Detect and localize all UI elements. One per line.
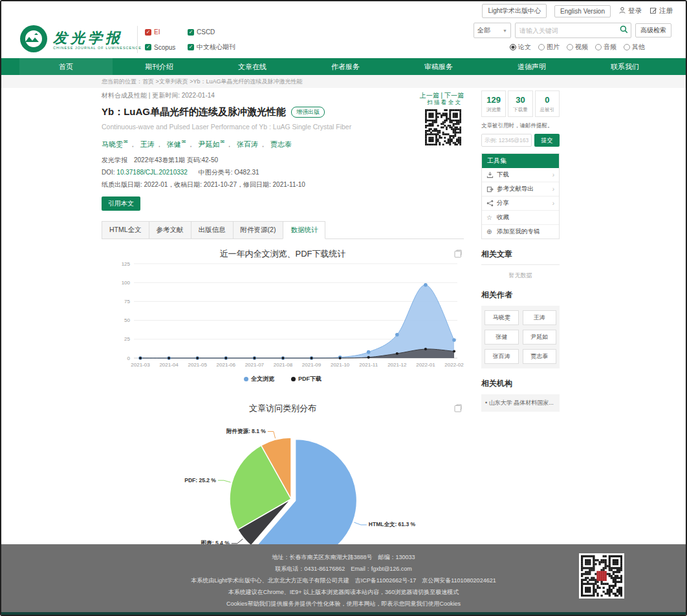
nav-item-review-services[interactable]: 审稿服务	[392, 58, 485, 75]
svg-text:2021-12: 2021-12	[387, 362, 407, 368]
toolbox-item-label: 下载	[497, 171, 509, 179]
light-publishing-center-link[interactable]: Light学术出版中心	[482, 4, 547, 18]
author-link[interactable]: 张百涛	[237, 140, 258, 148]
advanced-search-button[interactable]: 高级检索	[635, 23, 671, 37]
related-author-button[interactable]: 王涛	[523, 310, 557, 325]
author-link[interactable]: 张健✉	[167, 140, 186, 148]
legend-label: PDF下载	[298, 375, 322, 383]
email-icon: ✉	[220, 139, 224, 145]
tab-attachments[interactable]: 附件资源(2)	[233, 221, 284, 239]
toolbox-item-export[interactable]: 参考文献导出›	[482, 182, 559, 196]
svg-text:2021-10: 2021-10	[331, 362, 350, 368]
related-author-button[interactable]: 尹延如	[523, 330, 557, 345]
journal-emblem-icon	[19, 25, 48, 56]
author-separator: ，	[226, 140, 233, 148]
related-authors-title: 相关作者	[481, 290, 560, 301]
toolbox-item-download[interactable]: 下载›	[482, 168, 559, 182]
login-link[interactable]: 登录	[618, 6, 642, 16]
chart1-title: 近一年内全文浏览、PDF下载统计	[102, 248, 464, 260]
search-type-radio-0[interactable]: 论文	[510, 43, 531, 52]
breadcrumb: 您当前的位置：首页 >文章列表页 >Yb：LuAG单晶光纤的连续及脉冲激光性能	[1, 75, 686, 88]
email-submit-button[interactable]: 提交	[534, 134, 560, 147]
stat-label: 总被引	[536, 107, 559, 113]
prev-article-link[interactable]: 上一篇	[420, 92, 439, 99]
legend-dot	[244, 377, 248, 381]
search-icon[interactable]	[616, 25, 631, 36]
nav-item-journal-intro[interactable]: 期刊介绍	[113, 58, 206, 75]
toolbox-item-label: 参考文献导出	[497, 185, 534, 193]
toolbox-item-album-add[interactable]: ⊕添加至我的专辑	[482, 224, 559, 239]
toolbox-title: 工具集	[482, 154, 559, 168]
author-link[interactable]: 马晓雯✉	[102, 140, 128, 148]
toolbox-item-star[interactable]: ☆收藏	[482, 210, 559, 224]
nav-item-ethics-statement[interactable]: 道德声明	[485, 58, 578, 75]
register-link[interactable]: 注册	[649, 6, 673, 16]
svg-text:2021-09: 2021-09	[302, 362, 322, 368]
star-icon: ☆	[486, 215, 494, 221]
album-add-icon: ⊕	[486, 229, 494, 235]
next-article-link[interactable]: 下一篇	[444, 92, 464, 99]
chart2-export-icon[interactable]	[454, 403, 462, 415]
checkbox-icon: ✓	[145, 44, 151, 50]
badge-label: CSCD	[197, 28, 215, 36]
svg-text:50: 50	[124, 317, 130, 323]
related-author-button[interactable]: 贾志泰	[523, 349, 557, 364]
author-link[interactable]: 王涛	[140, 140, 155, 148]
tab-references[interactable]: 参考文献	[149, 221, 191, 239]
article-title-en: Continuous-wave and Pulsed Laser Perform…	[102, 123, 464, 131]
legend-item-1[interactable]: PDF下载	[291, 375, 322, 383]
footer-qr-code	[579, 553, 624, 599]
article-meta: 材料合成及性能 | 更新时间: 2022-01-14	[102, 91, 215, 100]
journal-name: 发光学报 CHINESE JOURNAL OF LUMINESCENCE	[53, 30, 142, 50]
related-org-link[interactable]: 山东大学 晶体材料国家...	[485, 399, 556, 407]
journal-logo[interactable]: 发光学报 CHINESE JOURNAL OF LUMINESCENCE	[19, 25, 142, 56]
author-link[interactable]: 尹延如✉	[198, 140, 224, 148]
related-author-button[interactable]: 马晓雯	[485, 310, 519, 325]
search-type-radio-2[interactable]: 视频	[567, 43, 588, 52]
chart1-export-icon[interactable]	[454, 249, 462, 260]
cite-article-button[interactable]: 引用本文	[102, 196, 140, 211]
article-category[interactable]: 材料合成及性能	[102, 92, 147, 99]
author-link[interactable]: 贾志泰	[270, 140, 292, 148]
main-nav: 首页期刊介绍文章在线作者服务审稿服务道德声明联系我们	[1, 58, 686, 75]
toolbox-item-label: 分享	[497, 199, 509, 207]
tab-data-statistics[interactable]: 数据统计	[283, 221, 325, 239]
svg-text:2021-07: 2021-07	[245, 362, 265, 368]
related-orgs-title: 相关机构	[481, 378, 560, 389]
search-scope-select[interactable]: 全部▼	[474, 23, 511, 38]
search-type-radio-1[interactable]: 图片	[538, 43, 560, 52]
search-type-radio-3[interactable]: 音频	[595, 43, 616, 52]
views-downloads-chart-block: 近一年内全文浏览、PDF下载统计 02550751001252021-03202…	[102, 248, 464, 383]
search-input[interactable]	[516, 27, 616, 34]
nav-item-articles-online[interactable]: 文章在线	[206, 58, 299, 75]
stat-box-1: 30下载量	[508, 90, 532, 117]
chart2-title: 文章访问类别分布	[102, 403, 464, 414]
article-stats: 129浏览量30下载量0总被引	[481, 90, 560, 117]
doi-link[interactable]: 10.37188/CJL.20210332	[116, 169, 188, 176]
tab-publication-info[interactable]: 出版信息	[191, 221, 234, 239]
search-type-radio-4[interactable]: 其他	[624, 43, 645, 52]
related-author-button[interactable]: 张百涛	[485, 349, 519, 364]
toolbox-item-share[interactable]: 分享›	[482, 196, 559, 210]
svg-text:2021-06: 2021-06	[217, 362, 236, 368]
article-updated: 更新时间: 2022-01-14	[152, 92, 215, 99]
radio-icon	[567, 44, 573, 50]
radio-label: 图片	[547, 43, 560, 52]
toolbox: 工具集 下载›参考文献导出›分享›☆收藏⊕添加至我的专辑	[481, 153, 560, 239]
email-alert-input[interactable]	[481, 134, 532, 147]
nav-item-home[interactable]: 首页	[19, 58, 113, 75]
download-icon	[486, 171, 494, 178]
english-version-link[interactable]: English Version	[554, 5, 611, 17]
sidebar: 129浏览量30下载量0总被引 文章被引用时，请邮件提醒。 提交 工具集 下载›…	[481, 90, 560, 412]
chevron-right-icon: ›	[552, 186, 554, 193]
checkbox-icon: ✓	[145, 29, 151, 36]
tab-html-fulltext[interactable]: HTML全文	[102, 221, 149, 239]
legend-item-0[interactable]: 全文浏览	[244, 375, 274, 383]
author-separator: ，	[129, 140, 136, 148]
radio-icon	[624, 44, 630, 50]
related-author-button[interactable]: 张健	[485, 330, 519, 345]
nav-item-author-services[interactable]: 作者服务	[299, 58, 392, 75]
nav-item-contact-us[interactable]: 联系我们	[578, 58, 671, 75]
views-downloads-chart: 02550751001252021-032021-042021-052021-0…	[102, 260, 464, 371]
related-articles-empty: 暂无数据	[481, 271, 560, 280]
